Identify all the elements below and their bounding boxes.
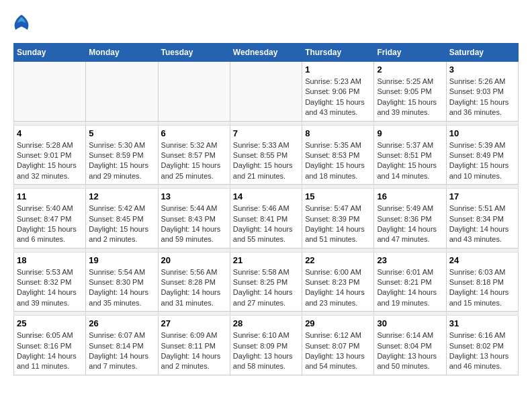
day-info: Sunrise: 6:10 AM Sunset: 8:09 PM Dayligh… <box>233 330 299 372</box>
calendar-day-cell <box>230 62 302 122</box>
day-info: Sunrise: 5:33 AM Sunset: 8:55 PM Dayligh… <box>233 140 299 182</box>
day-info: Sunrise: 6:16 AM Sunset: 8:02 PM Dayligh… <box>449 330 515 372</box>
day-info: Sunrise: 6:05 AM Sunset: 8:16 PM Dayligh… <box>17 330 83 372</box>
calendar-day-cell: 4Sunrise: 5:28 AM Sunset: 9:01 PM Daylig… <box>14 125 86 185</box>
day-info: Sunrise: 5:42 AM Sunset: 8:45 PM Dayligh… <box>89 203 154 245</box>
day-number: 25 <box>17 318 83 328</box>
day-number: 27 <box>161 318 227 328</box>
page-header <box>13 13 519 32</box>
calendar-day-cell: 5Sunrise: 5:30 AM Sunset: 8:59 PM Daylig… <box>86 125 158 185</box>
day-number: 28 <box>233 318 299 328</box>
day-info: Sunrise: 5:39 AM Sunset: 8:49 PM Dayligh… <box>449 140 515 182</box>
day-info: Sunrise: 5:23 AM Sunset: 9:06 PM Dayligh… <box>305 77 371 118</box>
day-info: Sunrise: 6:01 AM Sunset: 8:21 PM Dayligh… <box>377 267 443 309</box>
day-number: 22 <box>305 255 371 265</box>
calendar-week-row: 18Sunrise: 5:53 AM Sunset: 8:32 PM Dayli… <box>14 252 519 312</box>
calendar-day-cell <box>14 62 86 122</box>
calendar-day-cell: 1Sunrise: 5:23 AM Sunset: 9:06 PM Daylig… <box>302 62 374 122</box>
calendar-week-row: 1Sunrise: 5:23 AM Sunset: 9:06 PM Daylig… <box>14 62 519 122</box>
calendar-day-cell: 15Sunrise: 5:47 AM Sunset: 8:39 PM Dayli… <box>302 189 374 248</box>
calendar-week-row: 25Sunrise: 6:05 AM Sunset: 8:16 PM Dayli… <box>14 316 519 375</box>
day-info: Sunrise: 5:44 AM Sunset: 8:43 PM Dayligh… <box>161 203 227 245</box>
calendar-day-cell: 6Sunrise: 5:32 AM Sunset: 8:57 PM Daylig… <box>158 125 230 185</box>
calendar-day-cell: 31Sunrise: 6:16 AM Sunset: 8:02 PM Dayli… <box>446 316 518 375</box>
day-info: Sunrise: 5:56 AM Sunset: 8:28 PM Dayligh… <box>161 267 227 309</box>
calendar-day-cell: 24Sunrise: 6:03 AM Sunset: 8:18 PM Dayli… <box>446 252 518 312</box>
calendar-day-cell: 11Sunrise: 5:40 AM Sunset: 8:47 PM Dayli… <box>14 189 86 248</box>
day-of-week-header: Saturday <box>446 44 518 62</box>
day-of-week-header: Tuesday <box>158 44 230 62</box>
day-info: Sunrise: 5:30 AM Sunset: 8:59 PM Dayligh… <box>89 140 154 182</box>
day-info: Sunrise: 6:03 AM Sunset: 8:18 PM Dayligh… <box>449 267 515 309</box>
day-number: 21 <box>233 255 299 265</box>
logo-icon <box>13 13 30 32</box>
calendar-day-cell: 12Sunrise: 5:42 AM Sunset: 8:45 PM Dayli… <box>86 189 158 248</box>
day-number: 12 <box>89 191 154 201</box>
calendar-day-cell: 16Sunrise: 5:49 AM Sunset: 8:36 PM Dayli… <box>374 189 446 248</box>
day-number: 9 <box>377 128 443 138</box>
day-info: Sunrise: 5:58 AM Sunset: 8:25 PM Dayligh… <box>233 267 299 309</box>
calendar-day-cell: 22Sunrise: 6:00 AM Sunset: 8:23 PM Dayli… <box>302 252 374 312</box>
day-info: Sunrise: 6:12 AM Sunset: 8:07 PM Dayligh… <box>305 330 371 372</box>
day-number: 26 <box>89 318 154 328</box>
day-number: 24 <box>449 255 515 265</box>
day-number: 13 <box>161 191 227 201</box>
calendar-day-cell: 25Sunrise: 6:05 AM Sunset: 8:16 PM Dayli… <box>14 316 86 375</box>
calendar-day-cell: 20Sunrise: 5:56 AM Sunset: 8:28 PM Dayli… <box>158 252 230 312</box>
day-info: Sunrise: 5:46 AM Sunset: 8:41 PM Dayligh… <box>233 203 299 245</box>
day-number: 14 <box>233 191 299 201</box>
calendar-table: SundayMondayTuesdayWednesdayThursdayFrid… <box>13 43 519 375</box>
calendar-day-cell <box>158 62 230 122</box>
day-number: 19 <box>89 255 154 265</box>
day-info: Sunrise: 5:49 AM Sunset: 8:36 PM Dayligh… <box>377 203 443 245</box>
day-of-week-header: Wednesday <box>230 44 302 62</box>
day-of-week-header: Friday <box>374 44 446 62</box>
day-info: Sunrise: 5:51 AM Sunset: 8:34 PM Dayligh… <box>449 203 515 245</box>
day-of-week-header: Sunday <box>14 44 86 62</box>
day-number: 17 <box>449 191 515 201</box>
day-number: 6 <box>161 128 227 138</box>
day-number: 10 <box>449 128 515 138</box>
calendar-day-cell: 13Sunrise: 5:44 AM Sunset: 8:43 PM Dayli… <box>158 189 230 248</box>
calendar-day-cell: 3Sunrise: 5:26 AM Sunset: 9:03 PM Daylig… <box>446 62 518 122</box>
calendar-week-row: 4Sunrise: 5:28 AM Sunset: 9:01 PM Daylig… <box>14 125 519 185</box>
day-info: Sunrise: 5:40 AM Sunset: 8:47 PM Dayligh… <box>17 203 83 245</box>
day-info: Sunrise: 5:28 AM Sunset: 9:01 PM Dayligh… <box>17 140 83 182</box>
calendar-day-cell: 19Sunrise: 5:54 AM Sunset: 8:30 PM Dayli… <box>86 252 158 312</box>
calendar-day-cell: 8Sunrise: 5:35 AM Sunset: 8:53 PM Daylig… <box>302 125 374 185</box>
calendar-day-cell <box>86 62 158 122</box>
calendar-day-cell: 27Sunrise: 6:09 AM Sunset: 8:11 PM Dayli… <box>158 316 230 375</box>
calendar-week-row: 11Sunrise: 5:40 AM Sunset: 8:47 PM Dayli… <box>14 189 519 248</box>
calendar-day-cell: 21Sunrise: 5:58 AM Sunset: 8:25 PM Dayli… <box>230 252 302 312</box>
day-info: Sunrise: 6:14 AM Sunset: 8:04 PM Dayligh… <box>377 330 443 372</box>
calendar-day-cell: 18Sunrise: 5:53 AM Sunset: 8:32 PM Dayli… <box>14 252 86 312</box>
day-number: 15 <box>305 191 371 201</box>
day-number: 31 <box>449 318 515 328</box>
calendar-day-cell: 2Sunrise: 5:25 AM Sunset: 9:05 PM Daylig… <box>374 62 446 122</box>
day-number: 30 <box>377 318 443 328</box>
day-number: 5 <box>89 128 154 138</box>
day-info: Sunrise: 5:35 AM Sunset: 8:53 PM Dayligh… <box>305 140 371 182</box>
day-info: Sunrise: 5:53 AM Sunset: 8:32 PM Dayligh… <box>17 267 83 309</box>
calendar-day-cell: 28Sunrise: 6:10 AM Sunset: 8:09 PM Dayli… <box>230 316 302 375</box>
day-number: 1 <box>305 64 371 75</box>
day-info: Sunrise: 5:26 AM Sunset: 9:03 PM Dayligh… <box>449 77 515 118</box>
calendar-day-cell: 26Sunrise: 6:07 AM Sunset: 8:14 PM Dayli… <box>86 316 158 375</box>
day-info: Sunrise: 6:09 AM Sunset: 8:11 PM Dayligh… <box>161 330 227 372</box>
day-of-week-header: Thursday <box>302 44 374 62</box>
day-info: Sunrise: 5:37 AM Sunset: 8:51 PM Dayligh… <box>377 140 443 182</box>
day-number: 23 <box>377 255 443 265</box>
day-number: 20 <box>161 255 227 265</box>
calendar-day-cell: 30Sunrise: 6:14 AM Sunset: 8:04 PM Dayli… <box>374 316 446 375</box>
calendar-day-cell: 23Sunrise: 6:01 AM Sunset: 8:21 PM Dayli… <box>374 252 446 312</box>
calendar-day-cell: 9Sunrise: 5:37 AM Sunset: 8:51 PM Daylig… <box>374 125 446 185</box>
day-number: 8 <box>305 128 371 138</box>
day-info: Sunrise: 5:25 AM Sunset: 9:05 PM Dayligh… <box>377 77 443 118</box>
day-info: Sunrise: 5:47 AM Sunset: 8:39 PM Dayligh… <box>305 203 371 245</box>
day-number: 3 <box>449 64 515 75</box>
day-of-week-header: Monday <box>86 44 158 62</box>
day-info: Sunrise: 5:54 AM Sunset: 8:30 PM Dayligh… <box>89 267 154 309</box>
day-info: Sunrise: 5:32 AM Sunset: 8:57 PM Dayligh… <box>161 140 227 182</box>
day-number: 29 <box>305 318 371 328</box>
day-number: 2 <box>377 64 443 75</box>
